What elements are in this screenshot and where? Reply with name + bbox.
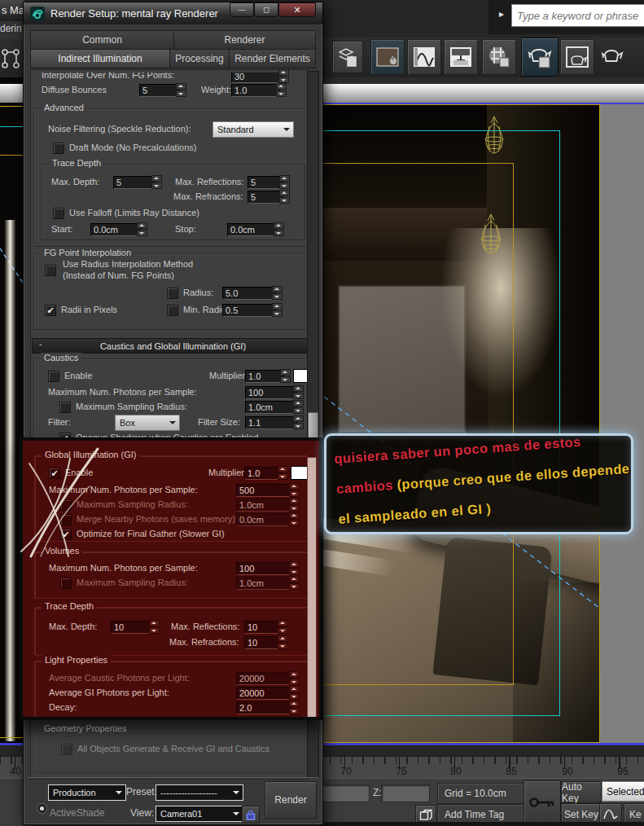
diffuse-bounces-field[interactable]: 5 — [139, 84, 180, 97]
menubar-fragment[interactable]: derin — [0, 21, 24, 39]
volumes-max-radius-checkbox[interactable] — [60, 578, 72, 589]
avg-gi-photons-spinner[interactable] — [289, 686, 300, 700]
tab-renderer[interactable]: Renderer — [173, 30, 316, 50]
gi-max-reflections-field[interactable]: 10 — [244, 621, 282, 634]
gi-max-photons-field[interactable]: 500 — [236, 484, 293, 497]
material-editor-icon[interactable] — [482, 39, 516, 75]
tab-processing[interactable]: Processing — [169, 49, 230, 68]
stop-spinner[interactable] — [274, 222, 284, 236]
weight-field[interactable]: 1.0 — [231, 84, 280, 97]
min-radius-spinner[interactable] — [272, 303, 283, 317]
production-radio[interactable] — [37, 803, 47, 814]
weight-spinner[interactable] — [276, 83, 287, 97]
track-view-icon[interactable] — [407, 39, 441, 75]
caustics-max-radius-spinner[interactable] — [293, 400, 304, 414]
gi-max-refractions-field[interactable]: 10 — [244, 636, 282, 649]
radii-in-pixels-checkbox[interactable] — [45, 305, 56, 316]
coordinate-z-field[interactable] — [381, 784, 430, 802]
interpolate-spinner[interactable] — [278, 69, 289, 83]
schematic-view-icon[interactable] — [0, 46, 24, 73]
diffuse-bounces-spinner[interactable] — [176, 83, 186, 97]
caustics-enable-checkbox[interactable] — [48, 371, 59, 382]
selected-filter-dropdown[interactable]: Selected — [602, 781, 644, 802]
maximize-button[interactable]: ◻ — [254, 2, 278, 17]
use-falloff-checkbox[interactable] — [53, 208, 64, 219]
advanced-group-title: Advanced — [41, 103, 87, 112]
draft-mode-checkbox[interactable] — [53, 143, 64, 154]
use-radius-method-checkbox[interactable] — [45, 265, 56, 276]
filter-size-field[interactable]: 1.1 — [245, 416, 297, 429]
noise-filtering-dropdown[interactable]: Standard — [212, 121, 294, 138]
minimize-button[interactable]: — — [230, 2, 254, 17]
caustics-max-photons-field[interactable]: 100 — [245, 386, 297, 399]
gi-max-depth-field[interactable]: 10 — [111, 621, 153, 634]
gi-merge-field[interactable]: 0.0cm — [236, 513, 293, 526]
caustics-gi-rollout-header[interactable]: - Caustics and Global Illumination (GI) — [32, 338, 314, 354]
caustics-multiplier-spinner[interactable] — [280, 369, 291, 383]
radius-checkbox[interactable] — [167, 288, 178, 299]
tab-render-elements[interactable]: Render Elements — [229, 49, 316, 68]
start-spinner[interactable] — [137, 222, 147, 236]
decay-spinner[interactable] — [289, 701, 300, 714]
schematic-window-icon[interactable] — [444, 39, 478, 75]
gi-merge-spinner[interactable] — [289, 512, 300, 526]
max-refractions-field[interactable]: 5 — [248, 191, 283, 204]
filter-size-spinner[interactable] — [293, 415, 304, 429]
radius-spinner[interactable] — [272, 286, 283, 300]
gi-max-radius-spinner[interactable] — [289, 498, 300, 512]
gi-max-refractions-spinner[interactable] — [278, 635, 288, 649]
view-dropdown[interactable]: Camera01 — [156, 806, 243, 822]
caustics-max-radius-field[interactable]: 1.0cm — [245, 401, 297, 414]
ruler-label: 90 — [557, 766, 578, 777]
volumes-max-photons-field[interactable]: 100 — [236, 562, 293, 575]
search-input[interactable] — [511, 4, 644, 27]
render-button[interactable]: Render — [265, 781, 317, 819]
caustics-max-photons-spinner[interactable] — [293, 385, 304, 399]
max-depth-field[interactable]: 5 — [113, 176, 156, 189]
gi-max-depth-spinner[interactable] — [149, 620, 160, 634]
auto-key-button[interactable]: Auto Key — [561, 781, 602, 803]
gi-color-swatch[interactable] — [291, 466, 309, 480]
all-objects-checkbox[interactable] — [61, 744, 72, 755]
min-radius-field[interactable]: 0.5 — [222, 304, 276, 317]
max-reflections-field[interactable]: 5 — [248, 176, 283, 189]
coordinate-y-field[interactable] — [319, 784, 370, 802]
volumes-max-radius-field[interactable]: 1.0cm — [236, 577, 293, 590]
tab-common[interactable]: Common — [30, 30, 174, 50]
max-refractions-spinner[interactable] — [279, 190, 290, 204]
min-radius-checkbox[interactable] — [167, 305, 178, 316]
filter-dropdown[interactable]: Box — [115, 415, 180, 431]
caustics-multiplier-field[interactable]: 1.0 — [245, 370, 284, 383]
gi-multiplier-spinner[interactable] — [278, 466, 288, 480]
caustics-max-radius-checkbox[interactable] — [59, 402, 71, 413]
render-setup-icon[interactable] — [521, 37, 559, 77]
radius-field[interactable]: 5.0 — [222, 287, 276, 300]
decay-field[interactable]: 2.0 — [236, 701, 293, 714]
stop-field[interactable]: 0.0cm — [227, 223, 278, 236]
lock-selection-key-icon[interactable] — [524, 780, 561, 824]
curve-editor-toolbar-icon[interactable] — [370, 39, 405, 75]
gi-max-reflections-spinner[interactable] — [278, 620, 288, 634]
volumes-max-radius-spinner[interactable] — [289, 576, 300, 590]
camera-viewport[interactable] — [318, 77, 644, 745]
start-field[interactable]: 0.0cm — [90, 223, 141, 236]
production-dropdown[interactable]: Production — [48, 784, 126, 801]
avg-caustic-photons-field[interactable]: 20000 — [236, 672, 293, 685]
close-button[interactable]: ✕ — [278, 2, 316, 17]
volumes-max-photons-spinner[interactable] — [289, 561, 300, 575]
search-arrow-icon[interactable]: ▸ — [499, 8, 504, 20]
gi-max-radius-field[interactable]: 1.0cm — [236, 499, 293, 512]
avg-gi-photons-field[interactable]: 20000 — [236, 687, 293, 700]
volumes-max-photons-label: Maximum Num. Photons per Sample: — [49, 562, 198, 574]
rendered-frame-window-icon[interactable] — [560, 39, 594, 75]
gi-max-photons-spinner[interactable] — [289, 483, 300, 497]
avg-caustic-photons-spinner[interactable] — [289, 671, 300, 685]
gi-multiplier-field[interactable]: 1.0 — [244, 467, 282, 480]
render-production-icon[interactable] — [596, 39, 629, 73]
tab-indirect-illumination[interactable]: Indirect Illumination — [30, 49, 170, 68]
max-depth-spinner[interactable] — [151, 175, 162, 189]
view-lock-icon[interactable] — [242, 806, 260, 824]
preset-dropdown[interactable]: ------------------- — [156, 784, 243, 801]
layer-manager-icon[interactable] — [332, 41, 363, 73]
max-reflections-spinner[interactable] — [279, 175, 290, 189]
